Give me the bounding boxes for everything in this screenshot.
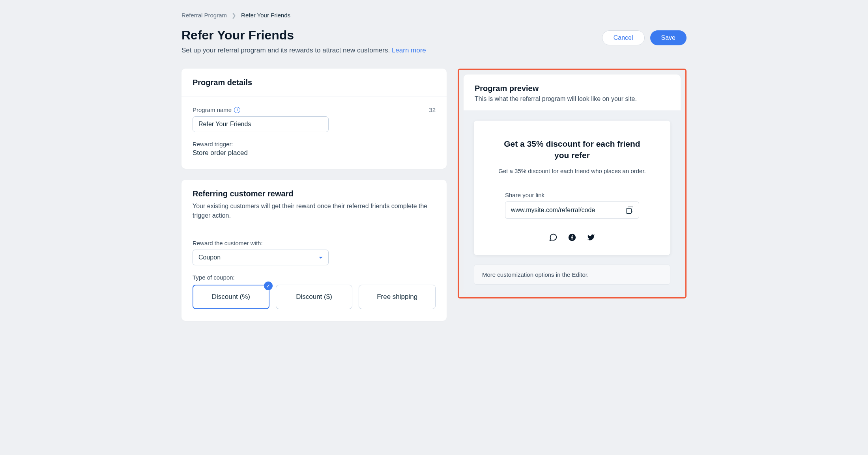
breadcrumb-parent[interactable]: Referral Program (181, 12, 227, 19)
coupon-option-discount-amount[interactable]: Discount ($) (276, 285, 353, 309)
preview-title: Program preview (475, 84, 670, 93)
breadcrumb-current: Refer Your Friends (241, 12, 290, 19)
preview-widget: Get a 35% discount for each friend you r… (474, 121, 670, 255)
reward-with-select[interactable]: Coupon (193, 250, 329, 265)
preview-subtitle: This is what the referral program will l… (475, 95, 670, 103)
program-name-input[interactable] (193, 116, 329, 132)
share-link-box: www.mysite.com/referral/code (505, 201, 639, 219)
save-button[interactable]: Save (650, 30, 687, 45)
program-name-label: Program name i (193, 106, 240, 113)
reward-trigger-label: Reward trigger: (193, 141, 436, 147)
whatsapp-icon[interactable] (549, 233, 557, 242)
program-preview-card: Program preview This is what the referra… (464, 75, 681, 293)
copy-icon[interactable] (626, 207, 633, 214)
cancel-button[interactable]: Cancel (602, 30, 645, 45)
page-subtitle: Set up your referral program and its rew… (181, 47, 426, 54)
preview-highlight: Program preview This is what the referra… (458, 69, 687, 298)
chevron-down-icon (319, 257, 323, 259)
share-url: www.mysite.com/referral/code (511, 207, 595, 214)
reward-trigger-value: Store order placed (193, 149, 436, 157)
editor-note: More customization options in the Editor… (474, 265, 670, 285)
page-title: Refer Your Friends (181, 28, 426, 43)
widget-headline: Get a 35% discount for each friend you r… (497, 138, 647, 161)
program-details-card: Program details Program name i 32 (181, 69, 447, 169)
widget-subtext: Get a 35% discount for each friend who p… (488, 168, 656, 174)
referring-reward-subtitle: Your existing customers will get their r… (193, 201, 436, 220)
reward-with-label: Reward the customer with: (193, 240, 436, 246)
check-icon: ✓ (264, 282, 273, 290)
program-details-title: Program details (193, 78, 436, 87)
coupon-option-free-shipping[interactable]: Free shipping (359, 285, 436, 309)
coupon-type-label: Type of coupon: (193, 274, 436, 281)
twitter-icon[interactable] (587, 233, 595, 242)
breadcrumb: Referral Program ❯ Refer Your Friends (181, 12, 687, 19)
learn-more-link[interactable]: Learn more (392, 47, 426, 54)
coupon-option-discount-percent[interactable]: Discount (%) ✓ (193, 285, 269, 309)
char-count: 32 (429, 106, 436, 113)
chevron-right-icon: ❯ (232, 12, 236, 19)
facebook-icon[interactable] (568, 233, 576, 242)
info-icon[interactable]: i (234, 107, 240, 113)
referring-reward-title: Referring customer reward (193, 189, 436, 198)
share-label: Share your link (505, 192, 639, 198)
referring-reward-card: Referring customer reward Your existing … (181, 180, 447, 321)
